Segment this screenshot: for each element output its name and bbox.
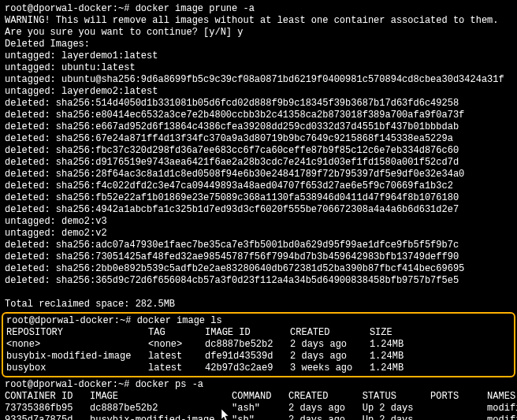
terminal[interactable]: root@dporwal-docker:~# docker image prun… xyxy=(0,0,517,420)
cmd-ps: root@dporwal-docker:~# docker ps -a xyxy=(5,379,512,391)
untagged-line: untagged: layerdemo2:latest xyxy=(5,86,512,98)
deleted-line: deleted: sha256:fbc37c320d298fd36a7ee683… xyxy=(5,145,512,157)
deleted-line: deleted: sha256:e80414ec6532a3ce7e2b4800… xyxy=(5,110,512,121)
image-table-header: REPOSITORY TAG IMAGE ID CREATED SIZE xyxy=(6,327,511,339)
deleted-line: deleted: sha256:d9176519e9743aea6421f6ae… xyxy=(5,157,512,169)
deleted-line: deleted: sha256:4942a1abcbfa1c325b1d7ed9… xyxy=(5,204,512,216)
image-ls-highlight: root@dporwal-docker:~# docker image ls R… xyxy=(2,312,515,377)
untagged-line: untagged: ubuntu:latest xyxy=(5,62,512,74)
deleted-line: deleted: sha256:adc07a47930e1faec7be35ca… xyxy=(5,240,512,251)
deleted-line: deleted: sha256:365d9c72d6f656084cb57a3f… xyxy=(5,275,512,287)
deleted-line: deleted: sha256:2bb0e892b539c5adfb2e2ae8… xyxy=(5,263,512,275)
image-row: busybix-modified-image latest dfe91d4353… xyxy=(6,351,511,362)
deleted-line: deleted: sha256:67e24a871ff4d13f34fc370a… xyxy=(5,133,512,145)
ps-row: 73735386fb95 dc8887be52b2 "ash" 2 days a… xyxy=(5,403,512,414)
deleted-line: deleted: sha256:73051425af48fed32ae98545… xyxy=(5,251,512,263)
ps-table-header: CONTAINER ID IMAGE COMMAND CREATED STATU… xyxy=(5,391,512,403)
deleted-line: untagged: demo2:v2 xyxy=(5,228,512,240)
cmd-prune: root@dporwal-docker:~# docker image prun… xyxy=(5,3,512,15)
blank-line xyxy=(5,287,512,299)
deleted-line: deleted: sha256:28f64ac3c8a1d1c8ed0508f9… xyxy=(5,169,512,180)
deleted-line: deleted: sha256:e667ad952d6f13864c4386cf… xyxy=(5,121,512,133)
image-row: busybox latest 42b97d3c2ae9 3 weeks ago … xyxy=(6,362,511,374)
deleted-line: untagged: demo2:v3 xyxy=(5,216,512,228)
confirm-line: Are you sure you want to continue? [y/N]… xyxy=(5,27,512,39)
deleted-line: deleted: sha256:f4c022dfd2c3e47ca0944989… xyxy=(5,180,512,192)
cmd-image-ls: root@dporwal-docker:~# docker image ls xyxy=(6,315,511,327)
image-row: <none> <none> dc8887be52b2 2 days ago 1.… xyxy=(6,339,511,351)
deleted-line: deleted: sha256:514d4050d1b331081b05d6fc… xyxy=(5,98,512,110)
deleted-line: deleted: sha256:fb52e22af1b01869e23e7508… xyxy=(5,192,512,204)
untagged-line: untagged: layerdemo1:latest xyxy=(5,50,512,62)
warning-line: WARNING! This will remove all images wit… xyxy=(5,15,512,27)
untagged-line: untagged: ubuntu@sha256:9d6a8699fb5c9c39… xyxy=(5,74,512,86)
reclaimed-line: Total reclaimed space: 282.5MB xyxy=(5,299,512,310)
deleted-header: Deleted Images: xyxy=(5,39,512,50)
ps-row: 9335d7a7875d busybix-modified-image "sh"… xyxy=(5,414,512,420)
